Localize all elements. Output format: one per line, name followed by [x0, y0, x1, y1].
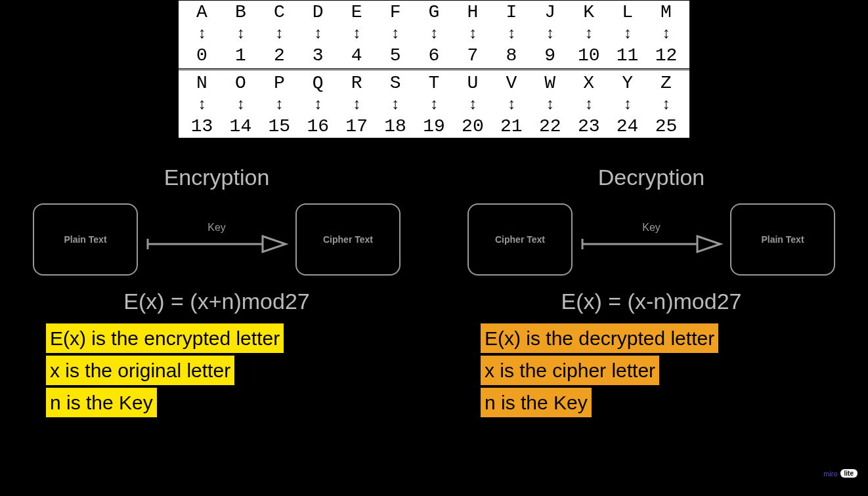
- updown-arrow-icon: ↕: [531, 96, 569, 114]
- updown-arrow-icon: ↕: [608, 96, 647, 114]
- encryption-section: Encryption Plain Text Key Cipher Text E(…: [7, 165, 427, 420]
- alphabet-cell: L: [608, 2, 647, 22]
- alphabet-cell: 11: [608, 45, 647, 66]
- decryption-description: E(x) is the decrypted letter x is the ci…: [441, 323, 861, 420]
- updown-arrow-icon: ↕: [492, 25, 531, 43]
- alphabet-cell: 3: [299, 45, 337, 66]
- alphabet-cell: 22: [531, 116, 569, 136]
- decryption-desc-line1: E(x) is the decrypted letter: [481, 323, 718, 353]
- alphabet-cell: Y: [608, 73, 647, 93]
- cipher-text-box: Cipher Text: [295, 203, 401, 276]
- updown-arrow-icon: ↕: [337, 96, 376, 114]
- alphabet-cell: 9: [531, 45, 569, 66]
- updown-arrow-icon: ↕: [183, 25, 221, 43]
- updown-arrow-icon: ↕: [183, 96, 221, 114]
- alphabet-cell: 2: [260, 45, 299, 66]
- alphabet-row2-letters: NOPQRSTUVWXYZ: [179, 72, 689, 94]
- updown-arrow-icon: ↕: [299, 25, 337, 43]
- alphabet-cell: M: [647, 2, 685, 22]
- cipher-text-box2: Cipher Text: [467, 203, 573, 276]
- decryption-title: Decryption: [441, 165, 861, 190]
- alphabet-cell: 12: [647, 45, 685, 66]
- miro-watermark: miro lite: [823, 469, 857, 478]
- updown-arrow-icon: ↕: [221, 25, 260, 43]
- arrow-right-icon: [579, 231, 724, 257]
- updown-arrow-icon: ↕: [608, 25, 647, 43]
- encryption-desc-line3: n is the Key: [46, 388, 157, 417]
- alphabet-cell: 18: [376, 116, 415, 136]
- updown-arrow-icon: ↕: [453, 25, 492, 43]
- alphabet-cell: W: [531, 73, 569, 93]
- alphabet-cell: 21: [492, 116, 531, 136]
- encryption-diagram: Plain Text Key Cipher Text: [7, 203, 427, 276]
- alphabet-cell: I: [492, 2, 531, 22]
- svg-marker-4: [697, 236, 720, 252]
- alphabet-row1-arrows: ↕↕↕↕↕↕↕↕↕↕↕↕↕: [179, 24, 689, 44]
- updown-arrow-icon: ↕: [647, 25, 685, 43]
- plain-text-box: Plain Text: [33, 203, 138, 276]
- decryption-formula: E(x) = (x-n)mod27: [441, 289, 861, 314]
- watermark-badge: lite: [840, 469, 857, 478]
- encryption-arrow: Key: [144, 222, 289, 257]
- alphabet-cell: O: [221, 73, 260, 93]
- alphabet-row2-numbers: 13141516171819202122232425: [179, 115, 689, 138]
- alphabet-cell: H: [453, 2, 492, 22]
- alphabet-cell: 23: [569, 116, 608, 136]
- alphabet-cell: T: [415, 73, 454, 93]
- alphabet-cell: 5: [376, 45, 415, 66]
- alphabet-cell: 16: [299, 116, 337, 136]
- plain-text-box2: Plain Text: [730, 203, 835, 276]
- updown-arrow-icon: ↕: [531, 25, 569, 43]
- alphabet-cell: 7: [453, 45, 492, 66]
- decryption-section: Decryption Cipher Text Key Plain Text E(…: [441, 165, 861, 420]
- alphabet-cell: 10: [569, 45, 608, 66]
- alphabet-cell: S: [376, 73, 415, 93]
- alphabet-cell: K: [569, 2, 608, 22]
- alphabet-cell: V: [492, 73, 531, 93]
- decryption-diagram: Cipher Text Key Plain Text: [441, 203, 861, 276]
- updown-arrow-icon: ↕: [260, 25, 299, 43]
- alphabet-cell: R: [337, 73, 376, 93]
- encryption-desc-line1: E(x) is the encrypted letter: [46, 323, 284, 353]
- alphabet-cell: 6: [415, 45, 454, 66]
- alphabet-cell: 20: [453, 116, 492, 136]
- alphabet-cell: N: [183, 73, 221, 93]
- alphabet-cell: 0: [183, 45, 221, 66]
- alphabet-cell: E: [337, 2, 376, 22]
- updown-arrow-icon: ↕: [415, 25, 454, 43]
- encryption-formula: E(x) = (x+n)mod27: [7, 289, 427, 314]
- updown-arrow-icon: ↕: [453, 96, 492, 114]
- decryption-desc-line2: x is the cipher letter: [481, 356, 659, 385]
- alphabet-cell: 14: [221, 116, 260, 136]
- watermark-brand: miro: [823, 470, 837, 478]
- updown-arrow-icon: ↕: [647, 96, 685, 114]
- alphabet-cell: 19: [415, 116, 454, 136]
- updown-arrow-icon: ↕: [221, 96, 260, 114]
- alphabet-cell: P: [260, 73, 299, 93]
- updown-arrow-icon: ↕: [376, 96, 415, 114]
- arrow-right-icon: [144, 231, 289, 257]
- alphabet-cell: Z: [647, 73, 685, 93]
- decryption-desc-line3: n is the Key: [481, 388, 592, 417]
- encryption-title: Encryption: [7, 165, 427, 190]
- updown-arrow-icon: ↕: [569, 25, 608, 43]
- updown-arrow-icon: ↕: [492, 96, 531, 114]
- alphabet-cell: 4: [337, 45, 376, 66]
- alphabet-cell: G: [415, 2, 454, 22]
- alphabet-cell: D: [299, 2, 337, 22]
- alphabet-cell: J: [531, 2, 569, 22]
- alphabet-row1-letters: ABCDEFGHIJKLM: [179, 1, 689, 24]
- alphabet-cell: X: [569, 73, 608, 93]
- table-divider: [179, 68, 689, 70]
- alphabet-cell: 17: [337, 116, 376, 136]
- alphabet-row1-numbers: 0123456789101112: [179, 44, 689, 67]
- updown-arrow-icon: ↕: [569, 96, 608, 114]
- alphabet-cell: U: [453, 73, 492, 93]
- alphabet-cell: 24: [608, 116, 647, 136]
- alphabet-cell: 1: [221, 45, 260, 66]
- encryption-description: E(x) is the encrypted letter x is the or…: [7, 323, 427, 420]
- alphabet-cell: Q: [299, 73, 337, 93]
- alphabet-cell: 15: [260, 116, 299, 136]
- updown-arrow-icon: ↕: [299, 96, 337, 114]
- alphabet-table: ABCDEFGHIJKLM ↕↕↕↕↕↕↕↕↕↕↕↕↕ 012345678910…: [178, 0, 690, 138]
